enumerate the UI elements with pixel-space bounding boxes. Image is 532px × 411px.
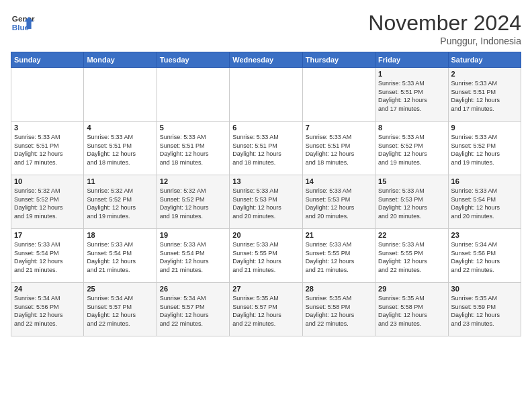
day-number: 9 xyxy=(451,124,518,132)
day-cell: 2Sunrise: 5:33 AM Sunset: 5:51 PM Daylig… xyxy=(448,68,521,122)
logo: General Blue xyxy=(11,11,35,35)
day-number: 25 xyxy=(87,285,153,293)
week-row-4: 17Sunrise: 5:33 AM Sunset: 5:54 PM Dayli… xyxy=(11,229,521,283)
day-info: Sunrise: 5:33 AM Sunset: 5:51 PM Dayligh… xyxy=(160,133,226,167)
day-number: 1 xyxy=(378,70,445,78)
day-cell: 20Sunrise: 5:33 AM Sunset: 5:55 PM Dayli… xyxy=(230,229,302,283)
svg-text:General: General xyxy=(12,14,35,23)
day-number: 7 xyxy=(306,124,372,132)
day-number: 28 xyxy=(306,285,372,293)
day-number: 13 xyxy=(232,177,299,185)
day-header-friday: Friday xyxy=(375,52,448,68)
day-number: 17 xyxy=(14,231,81,239)
day-info: Sunrise: 5:32 AM Sunset: 5:52 PM Dayligh… xyxy=(14,187,81,220)
day-info: Sunrise: 5:33 AM Sunset: 5:52 PM Dayligh… xyxy=(451,133,518,167)
day-cell: 26Sunrise: 5:34 AM Sunset: 5:57 PM Dayli… xyxy=(157,283,229,336)
day-cell: 8Sunrise: 5:33 AM Sunset: 5:52 PM Daylig… xyxy=(375,122,448,175)
day-cell: 29Sunrise: 5:35 AM Sunset: 5:58 PM Dayli… xyxy=(375,283,448,336)
day-cell: 10Sunrise: 5:32 AM Sunset: 5:52 PM Dayli… xyxy=(11,175,84,229)
day-info: Sunrise: 5:34 AM Sunset: 5:56 PM Dayligh… xyxy=(451,240,518,274)
day-info: Sunrise: 5:34 AM Sunset: 5:56 PM Dayligh… xyxy=(14,294,81,328)
day-header-monday: Monday xyxy=(84,52,157,68)
day-number: 11 xyxy=(87,177,153,185)
logo-icon: General Blue xyxy=(11,11,35,35)
day-cell: 9Sunrise: 5:33 AM Sunset: 5:52 PM Daylig… xyxy=(448,122,521,175)
week-row-5: 24Sunrise: 5:34 AM Sunset: 5:56 PM Dayli… xyxy=(11,283,521,336)
day-number: 10 xyxy=(14,177,81,185)
day-cell: 27Sunrise: 5:35 AM Sunset: 5:57 PM Dayli… xyxy=(230,283,302,336)
week-row-1: 1Sunrise: 5:33 AM Sunset: 5:51 PM Daylig… xyxy=(11,68,521,122)
day-cell: 7Sunrise: 5:33 AM Sunset: 5:51 PM Daylig… xyxy=(302,122,375,175)
day-info: Sunrise: 5:35 AM Sunset: 5:58 PM Dayligh… xyxy=(378,294,445,328)
day-cell: 3Sunrise: 5:33 AM Sunset: 5:51 PM Daylig… xyxy=(11,122,84,175)
month-title: November 2024 xyxy=(368,11,521,36)
title-block: November 2024 Punggur, Indonesia xyxy=(368,11,521,46)
day-cell: 21Sunrise: 5:33 AM Sunset: 5:55 PM Dayli… xyxy=(302,229,375,283)
day-number: 8 xyxy=(378,124,445,132)
day-number: 16 xyxy=(451,177,518,185)
day-number: 14 xyxy=(306,177,372,185)
day-header-thursday: Thursday xyxy=(302,52,375,68)
day-info: Sunrise: 5:33 AM Sunset: 5:54 PM Dayligh… xyxy=(87,240,153,274)
day-header-wednesday: Wednesday xyxy=(230,52,302,68)
day-number: 3 xyxy=(14,124,81,132)
day-number: 2 xyxy=(451,70,518,78)
day-cell: 6Sunrise: 5:33 AM Sunset: 5:51 PM Daylig… xyxy=(230,122,302,175)
day-info: Sunrise: 5:34 AM Sunset: 5:57 PM Dayligh… xyxy=(87,294,153,328)
week-row-3: 10Sunrise: 5:32 AM Sunset: 5:52 PM Dayli… xyxy=(11,175,521,229)
day-info: Sunrise: 5:33 AM Sunset: 5:55 PM Dayligh… xyxy=(306,240,372,274)
day-info: Sunrise: 5:33 AM Sunset: 5:51 PM Dayligh… xyxy=(232,133,299,167)
day-info: Sunrise: 5:33 AM Sunset: 5:54 PM Dayligh… xyxy=(14,240,81,274)
day-cell xyxy=(11,68,84,122)
day-cell: 1Sunrise: 5:33 AM Sunset: 5:51 PM Daylig… xyxy=(375,68,448,122)
day-cell: 12Sunrise: 5:32 AM Sunset: 5:52 PM Dayli… xyxy=(157,175,229,229)
day-info: Sunrise: 5:33 AM Sunset: 5:52 PM Dayligh… xyxy=(378,133,445,167)
day-info: Sunrise: 5:33 AM Sunset: 5:54 PM Dayligh… xyxy=(451,187,518,220)
week-row-2: 3Sunrise: 5:33 AM Sunset: 5:51 PM Daylig… xyxy=(11,122,521,175)
day-cell: 5Sunrise: 5:33 AM Sunset: 5:51 PM Daylig… xyxy=(157,122,229,175)
days-header-row: SundayMondayTuesdayWednesdayThursdayFrid… xyxy=(11,52,521,68)
day-info: Sunrise: 5:33 AM Sunset: 5:55 PM Dayligh… xyxy=(378,240,445,274)
day-header-saturday: Saturday xyxy=(448,52,521,68)
day-number: 5 xyxy=(160,124,226,132)
day-cell: 19Sunrise: 5:33 AM Sunset: 5:54 PM Dayli… xyxy=(157,229,229,283)
day-cell: 15Sunrise: 5:33 AM Sunset: 5:53 PM Dayli… xyxy=(375,175,448,229)
day-cell: 13Sunrise: 5:33 AM Sunset: 5:53 PM Dayli… xyxy=(230,175,302,229)
day-cell xyxy=(84,68,157,122)
day-number: 24 xyxy=(14,285,81,293)
day-cell xyxy=(230,68,302,122)
day-info: Sunrise: 5:33 AM Sunset: 5:53 PM Dayligh… xyxy=(306,187,372,220)
day-number: 20 xyxy=(232,231,299,239)
day-info: Sunrise: 5:32 AM Sunset: 5:52 PM Dayligh… xyxy=(160,187,226,220)
day-number: 18 xyxy=(87,231,153,239)
day-cell: 25Sunrise: 5:34 AM Sunset: 5:57 PM Dayli… xyxy=(84,283,157,336)
day-number: 29 xyxy=(378,285,445,293)
day-header-tuesday: Tuesday xyxy=(157,52,229,68)
day-cell: 4Sunrise: 5:33 AM Sunset: 5:51 PM Daylig… xyxy=(84,122,157,175)
day-number: 19 xyxy=(160,231,226,239)
day-info: Sunrise: 5:32 AM Sunset: 5:52 PM Dayligh… xyxy=(87,187,153,220)
day-cell: 24Sunrise: 5:34 AM Sunset: 5:56 PM Dayli… xyxy=(11,283,84,336)
day-info: Sunrise: 5:33 AM Sunset: 5:55 PM Dayligh… xyxy=(232,240,299,274)
day-cell: 30Sunrise: 5:35 AM Sunset: 5:59 PM Dayli… xyxy=(448,283,521,336)
day-cell: 23Sunrise: 5:34 AM Sunset: 5:56 PM Dayli… xyxy=(448,229,521,283)
day-info: Sunrise: 5:33 AM Sunset: 5:51 PM Dayligh… xyxy=(378,79,445,113)
day-cell xyxy=(157,68,229,122)
day-number: 26 xyxy=(160,285,226,293)
day-cell: 14Sunrise: 5:33 AM Sunset: 5:53 PM Dayli… xyxy=(302,175,375,229)
calendar-table: SundayMondayTuesdayWednesdayThursdayFrid… xyxy=(11,52,521,336)
page-header: General Blue November 2024 Punggur, Indo… xyxy=(11,11,521,46)
day-info: Sunrise: 5:35 AM Sunset: 5:59 PM Dayligh… xyxy=(451,294,518,328)
day-number: 15 xyxy=(378,177,445,185)
day-cell: 17Sunrise: 5:33 AM Sunset: 5:54 PM Dayli… xyxy=(11,229,84,283)
day-info: Sunrise: 5:33 AM Sunset: 5:51 PM Dayligh… xyxy=(87,133,153,167)
day-number: 30 xyxy=(451,285,518,293)
day-cell: 16Sunrise: 5:33 AM Sunset: 5:54 PM Dayli… xyxy=(448,175,521,229)
day-cell: 11Sunrise: 5:32 AM Sunset: 5:52 PM Dayli… xyxy=(84,175,157,229)
day-number: 12 xyxy=(160,177,226,185)
day-cell xyxy=(302,68,375,122)
day-number: 23 xyxy=(451,231,518,239)
location: Punggur, Indonesia xyxy=(368,36,521,46)
day-number: 6 xyxy=(232,124,299,132)
day-info: Sunrise: 5:33 AM Sunset: 5:53 PM Dayligh… xyxy=(378,187,445,220)
